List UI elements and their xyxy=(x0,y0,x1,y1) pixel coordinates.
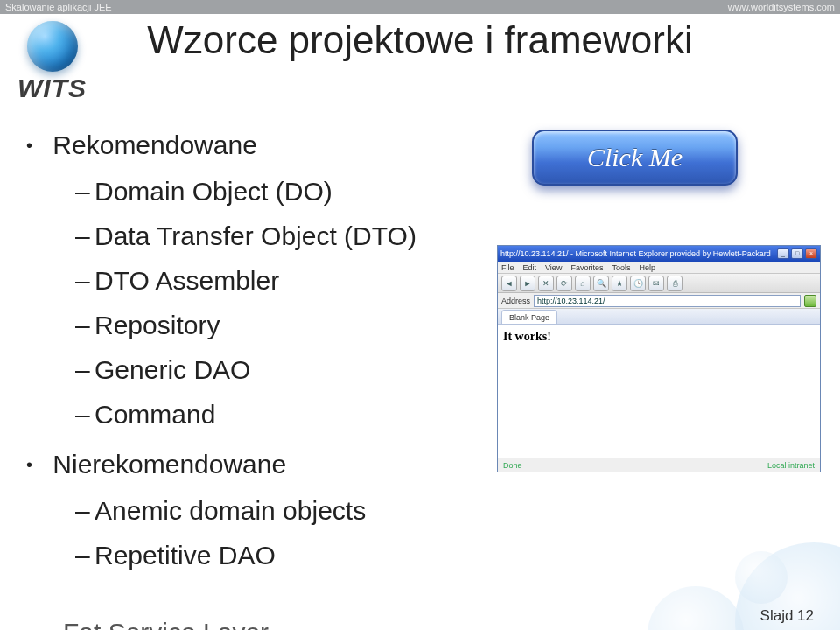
browser-menubar: File Edit View Favorites Tools Help xyxy=(498,262,820,274)
close-icon[interactable]: × xyxy=(805,248,817,259)
browser-toolbar: ◄ ► ✕ ⟳ ⌂ 🔍 ★ 🕓 ✉ ⎙ xyxy=(498,274,820,293)
browser-window: http://10.23.114.21/ - Microsoft Interne… xyxy=(497,245,821,472)
stop-icon[interactable]: ✕ xyxy=(538,276,554,291)
menu-item[interactable]: File xyxy=(501,263,514,272)
refresh-icon[interactable]: ⟳ xyxy=(556,276,572,291)
slide-footer: Slajd 12 xyxy=(760,607,814,625)
maximize-icon[interactable]: □ xyxy=(791,248,803,259)
header-left: Skalowanie aplikacji JEE xyxy=(5,2,112,12)
status-right: Local intranet xyxy=(767,461,815,470)
history-icon[interactable]: 🕓 xyxy=(630,276,646,291)
clickme-button[interactable]: Click Me xyxy=(532,130,738,186)
back-icon[interactable]: ◄ xyxy=(501,276,517,291)
menu-item[interactable]: Edit xyxy=(523,263,537,272)
sub-item: Data Transfer Object (DTO) xyxy=(75,214,464,258)
sub-item: Generic DAO xyxy=(75,347,464,392)
mail-icon[interactable]: ✉ xyxy=(648,276,664,291)
page-text: It works! xyxy=(503,330,551,343)
go-icon[interactable] xyxy=(804,295,816,307)
print-icon[interactable]: ⎙ xyxy=(667,276,682,291)
status-left: Done xyxy=(503,461,522,470)
browser-page: It works! xyxy=(498,325,820,438)
slide-title: Wzorce projektowe i frameworki xyxy=(0,18,840,64)
address-input[interactable]: http://10.23.114.21/ xyxy=(534,295,801,307)
bullet-label: Rekomendowane xyxy=(52,130,256,159)
forward-icon[interactable]: ► xyxy=(520,276,536,291)
search-icon[interactable]: 🔍 xyxy=(593,276,609,291)
cutoff-text: Fat Service Layer xyxy=(63,618,269,630)
menu-item[interactable]: Favorites xyxy=(570,263,603,272)
header-bar: Skalowanie aplikacji JEE www.worlditsyst… xyxy=(0,0,840,14)
bullet-label: Nierekomendowane xyxy=(52,450,286,479)
sub-item: Repository xyxy=(75,303,464,347)
sub-item: Anemic domain objects xyxy=(75,488,464,533)
browser-titlebar: http://10.23.114.21/ - Microsoft Interne… xyxy=(498,246,820,262)
minimize-icon[interactable]: _ xyxy=(777,248,789,259)
browser-statusbar: Done Local intranet xyxy=(498,458,820,472)
sub-item: DTO Assembler xyxy=(75,258,464,303)
browser-tab[interactable]: Blank Page xyxy=(501,310,557,324)
logo-text: WITS xyxy=(18,77,87,100)
header-right: www.worlditsystems.com xyxy=(728,2,835,12)
sub-item: Domain Object (DO) xyxy=(75,169,464,214)
home-icon[interactable]: ⌂ xyxy=(575,276,591,291)
content-list: Rekomendowane Domain Object (DO) Data Tr… xyxy=(26,122,464,583)
browser-addressbar: Address http://10.23.114.21/ xyxy=(498,293,820,309)
menu-item[interactable]: Tools xyxy=(612,263,630,272)
favorites-icon[interactable]: ★ xyxy=(612,276,627,291)
address-label: Address xyxy=(501,297,530,305)
bullet-rekomendowane: Rekomendowane Domain Object (DO) Data Tr… xyxy=(26,122,464,437)
browser-title: http://10.23.114.21/ - Microsoft Interne… xyxy=(500,249,771,258)
menu-item[interactable]: View xyxy=(545,263,562,272)
menu-item[interactable]: Help xyxy=(639,263,655,272)
browser-tabbar: Blank Page xyxy=(498,309,820,325)
window-controls: _ □ × xyxy=(777,248,817,259)
sub-item: Command xyxy=(75,392,464,437)
bullet-nierekomendowane: Nierekomendowane Anemic domain objects R… xyxy=(26,442,464,578)
clickme-label: Click Me xyxy=(587,143,682,172)
sub-item: Repetitive DAO xyxy=(75,533,464,578)
address-value: http://10.23.114.21/ xyxy=(537,297,606,305)
